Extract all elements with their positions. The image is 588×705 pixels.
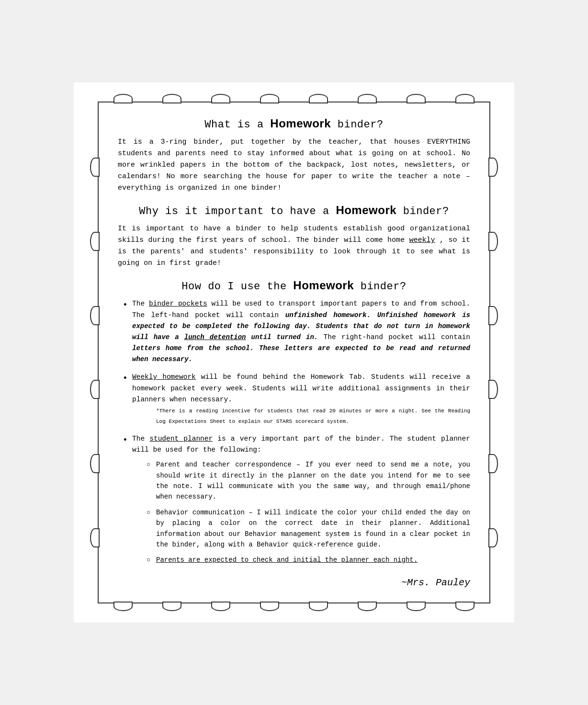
bullet1-mid3: The right-hand pocket will contain: [318, 333, 470, 341]
bullet1-underline1: binder pockets: [149, 300, 207, 307]
right-loop-6: [488, 528, 498, 547]
left-loop-2: [90, 232, 100, 251]
bottom-loop-3: [211, 602, 230, 611]
section1-heading-post: binder?: [331, 119, 384, 131]
bullet2-underline: Weekly homework: [132, 373, 196, 381]
left-loop-5: [90, 454, 100, 473]
bullet2-note: *There is a reading incentive for studen…: [132, 405, 470, 427]
bullet-item-1: The binder pockets will be used to trans…: [123, 298, 470, 365]
section2-heading: Why is it important to have a Homework b…: [118, 204, 470, 217]
section1-heading: What is a Homework binder?: [118, 117, 470, 131]
bullet1-bold-italic2: letters home from the school. These lett…: [132, 344, 470, 363]
section2-heading-post: binder?: [396, 205, 449, 217]
left-loop-4: [90, 380, 100, 399]
bottom-loop-4: [260, 602, 279, 611]
bullet-item-3: The student planner is a very important …: [123, 433, 470, 566]
top-loop-6: [358, 94, 377, 103]
top-loop-1: [113, 94, 133, 103]
top-loop-7: [407, 94, 426, 103]
top-decoration: [99, 94, 489, 103]
bottom-loop-7: [407, 602, 426, 611]
left-decoration: [90, 102, 100, 602]
bullet1-bold1: unfinished homework.: [285, 311, 371, 319]
left-loop-3: [90, 306, 100, 325]
bullet1-pre: The: [132, 300, 149, 307]
bottom-decoration: [99, 602, 489, 611]
bullet2-small-note: *There is a reading incentive for studen…: [156, 408, 470, 424]
bottom-loop-8: [455, 602, 475, 611]
sub1-text: Parent and teacher correspondence – If y…: [156, 461, 470, 500]
right-loop-1: [488, 158, 498, 177]
top-loop-3: [211, 94, 230, 103]
bullet1-mid2: until turned in.: [246, 333, 318, 341]
left-loop-6: [90, 528, 100, 547]
bottom-loop-6: [358, 602, 377, 611]
signature: ~Mrs. Pauley: [118, 577, 470, 588]
bottom-loop-2: [162, 602, 181, 611]
section3-heading-post: binder?: [354, 281, 407, 293]
section3-heading-bold: Homework: [293, 279, 354, 292]
document-page: What is a Homework binder? It is a 3-rin…: [74, 82, 514, 622]
top-loop-8: [455, 94, 475, 103]
top-loop-2: [162, 94, 181, 103]
section1-heading-pre: What is a: [204, 119, 270, 131]
section2-heading-bold: Homework: [336, 204, 396, 216]
sub3-text: Parents are expected to check and initia…: [156, 556, 418, 564]
section3-heading: How do I use the Homework binder?: [118, 279, 470, 293]
section1-body: It is a 3-ring binder, put together by t…: [118, 136, 470, 194]
sub-item-1: Parent and teacher correspondence – If y…: [147, 459, 470, 502]
top-loop-4: [260, 94, 279, 103]
bullet3-pre: The: [132, 435, 149, 443]
bullet-list: The binder pockets will be used to trans…: [118, 298, 470, 565]
bullet3-underline: student planner: [149, 435, 213, 443]
sub-item-3: Parents are expected to check and initia…: [147, 555, 470, 565]
weekly-underline: weekly: [409, 236, 435, 244]
bottom-loop-1: [113, 602, 133, 611]
sub-item-2: Behavior communication – I will indicate…: [147, 507, 470, 550]
right-loop-2: [488, 232, 498, 251]
section-3: How do I use the Homework binder? The bi…: [118, 279, 470, 565]
right-decoration: [488, 102, 498, 602]
bottom-loop-5: [309, 602, 328, 611]
section1-heading-bold: Homework: [270, 117, 331, 130]
left-loop-1: [90, 158, 100, 177]
right-loop-4: [488, 380, 498, 399]
right-loop-3: [488, 306, 498, 325]
bullet1-underline2: lunch detention: [184, 333, 246, 341]
section2-body: It is important to have a binder to help…: [118, 223, 470, 269]
border-container: What is a Homework binder? It is a 3-rin…: [98, 102, 490, 603]
sub-list: Parent and teacher correspondence – If y…: [132, 459, 470, 566]
section2-heading-pre: Why is it important to have a: [139, 205, 336, 217]
section3-heading-pre: How do I use the: [181, 281, 293, 293]
bullet-item-2: Weekly homework will be found behind the…: [123, 372, 470, 426]
section-1: What is a Homework binder? It is a 3-rin…: [118, 117, 470, 194]
top-loop-5: [309, 94, 328, 103]
right-loop-5: [488, 454, 498, 473]
section-2: Why is it important to have a Homework b…: [118, 204, 470, 269]
sub2-text: Behavior communication – I will indicate…: [156, 509, 470, 548]
